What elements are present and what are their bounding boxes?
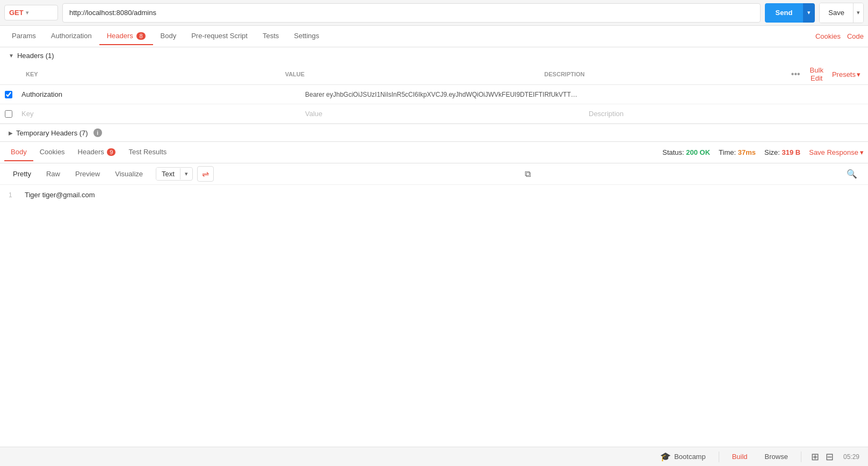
headers-section-header[interactable]: ▼ Headers (1): [0, 47, 868, 64]
bulk-edit-button[interactable]: Bulk Edit: [807, 64, 827, 84]
auth-value-cell[interactable]: Bearer eyJhbGciOiJSUzI1NiIsInR5cCI6IkpXV…: [301, 88, 584, 102]
cookies-link[interactable]: Cookies: [815, 32, 841, 40]
line-num-1: 1: [9, 190, 25, 200]
body-toolbar: Pretty Raw Preview Visualize Text ▾ ⇌ ⧉ …: [0, 163, 868, 185]
placeholder-checkbox[interactable]: [5, 110, 12, 118]
format-label: Text: [156, 168, 180, 180]
auth-description-cell[interactable]: [584, 91, 868, 98]
tab-settings[interactable]: Settings: [286, 27, 327, 45]
save-response-button[interactable]: Save Response ▾: [809, 148, 864, 156]
placeholder-value-cell[interactable]: Value: [301, 106, 584, 121]
search-button[interactable]: 🔍: [842, 167, 862, 181]
send-button-group: Send ▾: [765, 3, 815, 23]
right-links: Cookies Code: [815, 32, 864, 40]
temp-headers-section[interactable]: ▶ Temporary Headers (7) i: [0, 124, 868, 142]
presets-chevron: ▾: [857, 70, 860, 78]
resp-tab-body[interactable]: Body: [4, 144, 33, 161]
col-key: KEY: [21, 69, 281, 80]
code-line-1: 1 Tiger tiger@gmail.com: [0, 189, 868, 201]
top-bar: GET ▾ Send ▾ Save ▾: [0, 0, 868, 26]
body-tab-raw[interactable]: Raw: [40, 168, 67, 180]
body-tab-pretty[interactable]: Pretty: [6, 168, 38, 180]
url-input[interactable]: [62, 3, 761, 23]
tab-headers[interactable]: Headers 8: [99, 27, 153, 45]
headers-section: ▼ Headers (1) KEY VALUE DESCRIPTION ••• …: [0, 47, 868, 124]
response-meta: Status: 200 OK Time: 37ms Size: 319 B Sa…: [662, 148, 864, 156]
tab-body[interactable]: Body: [153, 27, 184, 45]
time-value: 37ms: [738, 148, 756, 156]
col-value: VALUE: [281, 69, 540, 80]
temp-section-chevron: ▶: [9, 130, 13, 136]
size-value: 319 B: [782, 148, 801, 156]
headers-section-title: Headers (1): [17, 52, 54, 60]
response-tabs-bar: Body Cookies Headers 9 Test Results Stat…: [0, 142, 868, 163]
resp-tab-headers[interactable]: Headers 9: [71, 144, 122, 161]
code-link[interactable]: Code: [847, 32, 864, 40]
temp-headers-title: Temporary Headers (7): [16, 129, 88, 137]
line-content-1[interactable]: Tiger tiger@gmail.com: [25, 190, 95, 200]
method-label: GET: [9, 9, 24, 17]
save-response-chevron: ▾: [860, 148, 864, 156]
time-display: Time: 37ms: [719, 148, 756, 156]
header-row-placeholder: Key Value Description: [0, 104, 868, 124]
tab-prerequest[interactable]: Pre-request Script: [184, 27, 255, 45]
format-select-group[interactable]: Text ▾: [156, 167, 193, 181]
presets-button[interactable]: Presets ▾: [829, 68, 864, 81]
code-area: 1 Tiger tiger@gmail.com: [0, 185, 868, 346]
body-tab-visualize[interactable]: Visualize: [108, 168, 149, 180]
save-dropdown[interactable]: ▾: [853, 3, 863, 23]
save-button[interactable]: Save: [820, 3, 853, 23]
status-display: Status: 200 OK: [662, 148, 710, 156]
method-chevron: ▾: [26, 10, 28, 16]
section-chevron: ▼: [9, 53, 14, 59]
send-button[interactable]: Send: [765, 3, 804, 23]
more-options-button[interactable]: •••: [787, 67, 805, 81]
tab-params[interactable]: Params: [4, 27, 44, 45]
headers-badge: 8: [136, 32, 145, 40]
size-display: Size: 319 B: [764, 148, 800, 156]
placeholder-key-cell[interactable]: Key: [17, 106, 301, 121]
send-dropdown[interactable]: ▾: [803, 3, 815, 23]
auth-checkbox[interactable]: [5, 91, 12, 98]
format-chevron[interactable]: ▾: [180, 168, 192, 180]
header-row-authorization: Authorization Bearer eyJhbGciOiJSUzI1NiI…: [0, 85, 868, 104]
method-select[interactable]: GET ▾: [4, 5, 58, 20]
col-description: DESCRIPTION: [540, 69, 799, 80]
resp-tab-test-results[interactable]: Test Results: [122, 144, 173, 161]
wrap-button[interactable]: ⇌: [197, 166, 214, 182]
placeholder-checkbox-cell[interactable]: [0, 108, 17, 120]
request-tabs: Params Authorization Headers 8 Body Pre-…: [0, 26, 868, 47]
response-section: Body Cookies Headers 9 Test Results Stat…: [0, 142, 868, 346]
resp-tab-cookies[interactable]: Cookies: [33, 144, 71, 161]
placeholder-description-cell[interactable]: Description: [584, 106, 868, 121]
resp-headers-badge: 9: [107, 148, 115, 156]
auth-checkbox-cell[interactable]: [0, 89, 17, 101]
auth-key-cell[interactable]: Authorization: [17, 87, 301, 102]
info-icon: i: [93, 128, 102, 137]
tab-tests[interactable]: Tests: [255, 27, 286, 45]
body-tab-preview[interactable]: Preview: [69, 168, 106, 180]
save-button-group: Save ▾: [819, 3, 864, 23]
status-value: 200 OK: [686, 148, 710, 156]
tab-authorization[interactable]: Authorization: [44, 27, 99, 45]
headers-column-headers: KEY VALUE DESCRIPTION ••• Bulk Edit Pres…: [0, 64, 868, 85]
copy-button[interactable]: ⧉: [520, 167, 535, 181]
